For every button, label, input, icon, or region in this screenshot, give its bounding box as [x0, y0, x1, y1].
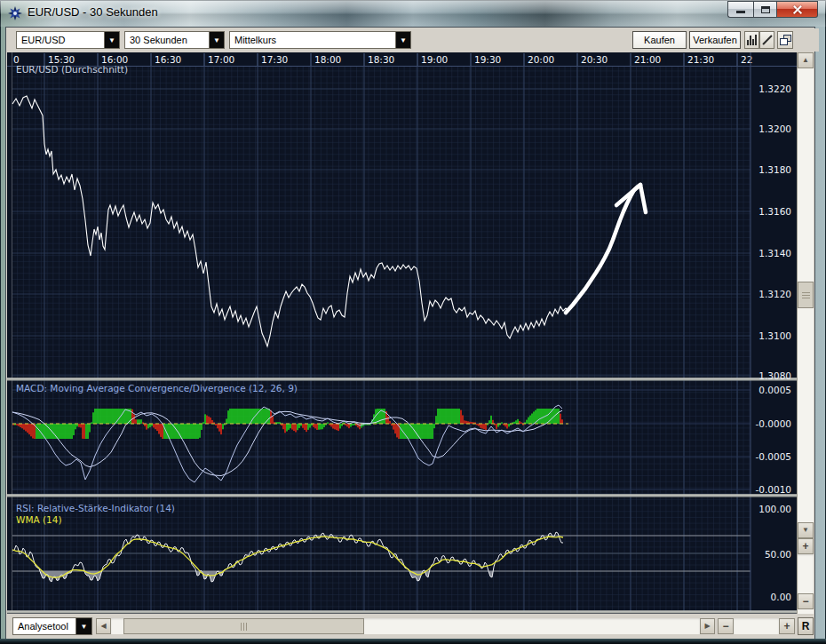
svg-text:1.3160: 1.3160	[758, 206, 791, 217]
svg-text:-0.0000: -0.0000	[755, 418, 791, 429]
scroll-up-button[interactable]: ▲	[798, 52, 814, 68]
svg-text:19:00: 19:00	[421, 54, 448, 65]
reset-button[interactable]: R	[798, 617, 814, 635]
svg-text:1.3120: 1.3120	[758, 289, 791, 299]
arrow-left-icon: ◀	[100, 623, 106, 630]
vertical-zoom-track[interactable]	[798, 554, 814, 593]
cascade-windows-button[interactable]	[777, 31, 793, 49]
svg-text:17:30: 17:30	[261, 54, 288, 65]
svg-text:19:30: 19:30	[474, 54, 501, 65]
chart-canvas[interactable]: 15:3016:0016:3017:0017:3018:0018:3019:00…	[7, 52, 797, 614]
svg-text:WMA (14): WMA (14)	[16, 514, 62, 525]
minus-icon: −	[722, 621, 728, 632]
horizontal-zoom-track[interactable]	[734, 618, 779, 634]
plus-icon: +	[783, 621, 790, 632]
thumb-grip-icon	[241, 623, 247, 631]
zoom-in-horizontal-button[interactable]: +	[779, 618, 795, 634]
svg-text:17:00: 17:00	[208, 54, 234, 65]
vertical-scrollbar[interactable]: ▲ ▼ + −	[797, 52, 814, 614]
chart-type-button[interactable]	[744, 31, 759, 49]
titlebar[interactable]: EUR/USD - 30 Sekunden	[0, 0, 826, 27]
interval-value: 30 Sekunden	[125, 32, 209, 48]
cascade-windows-icon	[780, 35, 791, 45]
svg-text:-0.0005: -0.0005	[755, 451, 791, 462]
horizontal-scroll-thumb[interactable]	[123, 618, 364, 634]
vertical-scroll-thumb[interactable]	[798, 282, 814, 308]
svg-text:21:30: 21:30	[687, 54, 714, 65]
svg-text:50.00: 50.00	[765, 549, 791, 560]
plus-icon: +	[802, 541, 808, 552]
app-window: EUR/USD - 30 Sekunden EUR/USD ▼ 30 Sekun…	[0, 0, 826, 644]
scroll-down-button[interactable]: ▼	[798, 522, 814, 538]
svg-text:0.00: 0.00	[771, 592, 791, 602]
svg-text:1.3200: 1.3200	[758, 123, 791, 134]
zoom-in-vertical-button[interactable]: +	[798, 538, 814, 554]
caption-buttons	[727, 1, 818, 18]
line-tool-button[interactable]	[759, 31, 774, 49]
arrow-right-icon: ▶	[704, 623, 710, 630]
svg-text:100.00: 100.00	[758, 504, 791, 514]
svg-text:16:30: 16:30	[155, 54, 181, 65]
chevron-down-icon[interactable]: ▼	[209, 32, 224, 48]
chevron-down-icon[interactable]: ▼	[75, 618, 91, 634]
svg-text:1.3080: 1.3080	[758, 370, 791, 381]
chevron-down-icon[interactable]: ▼	[395, 32, 410, 48]
scroll-left-button[interactable]: ◀	[96, 618, 111, 634]
symbol-value: EUR/USD	[17, 32, 104, 48]
analysis-tool-combobox[interactable]: Analysetool ▼	[12, 617, 92, 635]
svg-text:21:00: 21:00	[634, 54, 661, 65]
svg-text:MACD: Moving Average Convergen: MACD: Moving Average Convergence/Diverge…	[16, 383, 298, 394]
scroll-right-button[interactable]: ▶	[700, 618, 715, 634]
chevron-down-icon[interactable]: ▼	[104, 32, 119, 48]
svg-text:0.0005: 0.0005	[758, 385, 791, 395]
svg-text:1.3180: 1.3180	[758, 164, 791, 175]
svg-text:RSI: Relative-Stärke-Indikator: RSI: Relative-Stärke-Indikator (14)	[16, 503, 175, 513]
maximize-icon	[761, 6, 770, 13]
svg-text:1.3100: 1.3100	[758, 330, 791, 341]
volume-bars-icon	[747, 35, 757, 45]
svg-text:18:30: 18:30	[368, 54, 394, 65]
app-icon	[8, 6, 22, 20]
zoom-out-vertical-button[interactable]: −	[798, 593, 814, 609]
minus-icon: −	[802, 596, 808, 607]
svg-text:1.3220: 1.3220	[758, 83, 791, 94]
svg-text:EUR/USD (Durchschnitt): EUR/USD (Durchschnitt)	[16, 64, 128, 75]
interval-combobox[interactable]: 30 Sekunden ▼	[124, 31, 225, 49]
thumb-grip-icon	[802, 292, 810, 298]
minimize-button[interactable]	[727, 1, 753, 18]
line-tool-icon	[762, 35, 773, 45]
window-title: EUR/USD - 30 Sekunden	[28, 5, 158, 19]
price-type-combobox[interactable]: Mittelkurs ▼	[229, 31, 411, 49]
zoom-out-horizontal-button[interactable]: −	[718, 618, 734, 634]
analysis-tool-value: Analysetool	[13, 618, 75, 634]
toolbar: EUR/USD ▼ 30 Sekunden ▼ Mittelkurs ▼ Kau…	[7, 28, 819, 52]
arrow-down-icon: ▼	[802, 527, 809, 534]
svg-text:1.3140: 1.3140	[758, 248, 791, 258]
window-bottom-edge	[0, 639, 826, 644]
sell-button[interactable]: Verkaufen	[689, 31, 741, 49]
svg-text:-0.0010: -0.0010	[755, 484, 791, 495]
symbol-combobox[interactable]: EUR/USD ▼	[16, 31, 120, 49]
maximize-button[interactable]	[753, 1, 777, 18]
price-type-value: Mittelkurs	[230, 32, 395, 48]
arrow-up-icon: ▲	[802, 57, 809, 64]
minimize-icon	[736, 11, 745, 13]
svg-text:18:00: 18:00	[314, 54, 341, 65]
bottom-bar: Analysetool ▼ ◀ ▶ − + R	[7, 614, 814, 639]
close-button[interactable]	[777, 1, 818, 18]
buy-button[interactable]: Kaufen	[632, 31, 687, 49]
svg-text:20:00: 20:00	[528, 54, 554, 65]
svg-text:20:30: 20:30	[581, 54, 608, 65]
